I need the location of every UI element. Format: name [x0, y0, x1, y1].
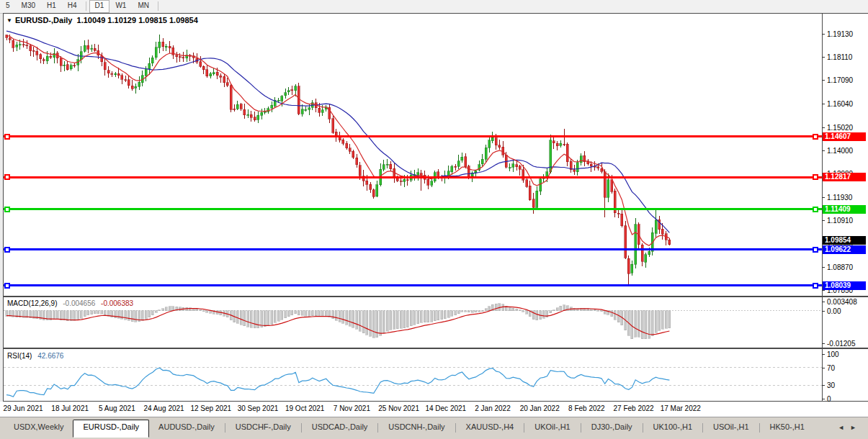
tab-hk50-h1[interactable]: HK50-,H1 [761, 420, 814, 437]
tab-audusd-daily[interactable]: AUDUSD-,Daily [149, 420, 224, 437]
tab-separator [455, 423, 456, 433]
price-tick-label: 1.10910 [827, 217, 853, 225]
rsi-label: RSI(14) 42.6676 [7, 352, 63, 360]
tab-scroll-left-icon[interactable]: ◄ [838, 424, 850, 431]
collapse-triangle-icon[interactable]: ▼ [6, 17, 12, 24]
ohlc-close: 1.09854 [169, 16, 198, 24]
level-handle[interactable] [813, 175, 818, 179]
rsi-tick-label: 30 [827, 381, 835, 389]
time-axis[interactable]: 29 Jun 202118 Jul 20215 Aug 202124 Aug 2… [0, 402, 868, 417]
rsi-tick-mark [822, 368, 825, 368]
level-price-badge: 1.11409 [823, 205, 866, 214]
price-tick-mark [822, 104, 825, 104]
rsi-tick-label: 70 [827, 363, 835, 371]
toolbar-separator [86, 1, 86, 11]
ohlc-open: 1.10049 [77, 16, 106, 24]
macd-tick-mark [822, 311, 825, 312]
tab-usdx-weekly[interactable]: USDX,Weekly [4, 420, 73, 437]
price-tick-mark [822, 220, 825, 221]
period-button-M30[interactable]: M30 [16, 0, 41, 12]
rsi-tick-mark [822, 399, 825, 399]
period-button-5[interactable]: 5 [0, 0, 16, 12]
date-label: 30 Sep 2021 [238, 404, 279, 412]
tab-usdchf-daily[interactable]: USDCHF-,Daily [226, 420, 300, 437]
price-tick-label: 1.15020 [827, 123, 853, 131]
price-tick-mark [822, 150, 825, 151]
rsi-tick-label: 100 [827, 350, 839, 358]
macd-tick-label: 0.003408 [827, 298, 857, 306]
date-label: 2 Jan 2022 [475, 404, 511, 412]
price-chart-pane[interactable] [4, 14, 822, 296]
level-price-badge: 1.12817 [823, 173, 866, 181]
ohlc-high: 1.10129 [107, 16, 136, 24]
tab-separator [759, 423, 760, 433]
macd-tick-mark [822, 343, 825, 344]
date-label: 17 Mar 2022 [661, 404, 701, 412]
tab-separator [581, 423, 581, 433]
level-price-badge: 1.09622 [823, 245, 866, 254]
price-tick-label: 1.18110 [827, 53, 852, 61]
toolbar-separator [158, 1, 158, 11]
tab-usoil-h1[interactable]: USOil-,H1 [704, 420, 759, 437]
period-button-H4[interactable]: H4 [62, 0, 83, 12]
price-tick-mark [822, 57, 825, 58]
price-tick-mark [822, 290, 825, 291]
price-tick-mark [822, 267, 825, 268]
date-label: 14 Dec 2021 [425, 404, 466, 412]
level-handle[interactable] [813, 135, 818, 139]
tab-ukoil-h1[interactable]: UKOil-,H1 [525, 420, 580, 437]
tab-usdcad-daily[interactable]: USDCAD-,Daily [303, 420, 377, 437]
macd-tick-label: 0.00 [827, 307, 841, 314]
level-price-badge: 1.14607 [823, 132, 866, 141]
price-tick-label: 1.11930 [827, 194, 852, 202]
tab-usdcnh-daily[interactable]: USDCNH-,Daily [379, 420, 454, 437]
macd-tick-mark [822, 302, 825, 302]
tab-separator [225, 423, 225, 433]
period-button-D1[interactable]: D1 [89, 0, 110, 13]
macd-value-main: -0.004656 [63, 299, 95, 307]
level-handle[interactable] [5, 135, 9, 139]
tab-separator [377, 423, 378, 433]
price-tick-label: 1.08870 [827, 263, 853, 271]
level-handle[interactable] [5, 284, 9, 288]
date-label: 25 Nov 2021 [378, 404, 419, 412]
macd-tick-label: -0.01205 [827, 340, 855, 348]
level-handle[interactable] [813, 248, 818, 252]
tab-dj30-daily[interactable]: DJ30-,Daily [582, 420, 642, 437]
price-tick-label: 1.19130 [827, 30, 853, 38]
rsi-value: 42.6676 [37, 352, 63, 360]
date-label: 27 Feb 2022 [614, 404, 654, 412]
date-label: 12 Sep 2021 [190, 404, 231, 412]
period-button-MN[interactable]: MN [132, 0, 155, 12]
price-tick-label: 1.14000 [827, 146, 853, 154]
date-label: 18 Jul 2021 [51, 404, 89, 412]
price-tick-label: 1.17090 [827, 76, 853, 84]
rsi-pane[interactable] [4, 349, 822, 401]
tab-uk100-h1[interactable]: UK100-,H1 [644, 420, 702, 437]
level-price-badge: 1.08039 [823, 281, 866, 290]
date-label: 29 Jun 2021 [3, 404, 42, 412]
tab-xauusd-h4[interactable]: XAUUSD-,H4 [457, 420, 524, 437]
date-label: 8 Feb 2022 [568, 404, 605, 412]
rsi-name: RSI(14) [7, 352, 32, 360]
tab-separator [524, 423, 524, 433]
macd-name: MACD(12,26,9) [7, 299, 57, 307]
level-handle[interactable] [5, 207, 9, 212]
date-label: 19 Oct 2021 [285, 404, 324, 412]
tab-eurusd-daily[interactable]: EURUSD-,Daily [73, 420, 149, 438]
level-handle[interactable] [813, 207, 818, 212]
ohlc-low: 1.09815 [138, 16, 167, 24]
level-handle[interactable] [5, 248, 9, 252]
price-tick-mark [822, 34, 825, 35]
tab-scroll-right-icon[interactable]: ► [850, 424, 862, 431]
date-label: 5 Aug 2021 [99, 404, 135, 412]
period-button-W1[interactable]: W1 [109, 0, 132, 12]
price-tick-mark [822, 197, 825, 198]
tab-separator [702, 423, 703, 433]
date-label: 7 Nov 2021 [334, 404, 370, 412]
level-handle[interactable] [5, 175, 9, 179]
level-handle[interactable] [813, 284, 818, 288]
rsi-tick-mark [822, 354, 825, 355]
period-button-H1[interactable]: H1 [41, 0, 62, 12]
macd-value-signal: -0.006383 [101, 299, 133, 307]
